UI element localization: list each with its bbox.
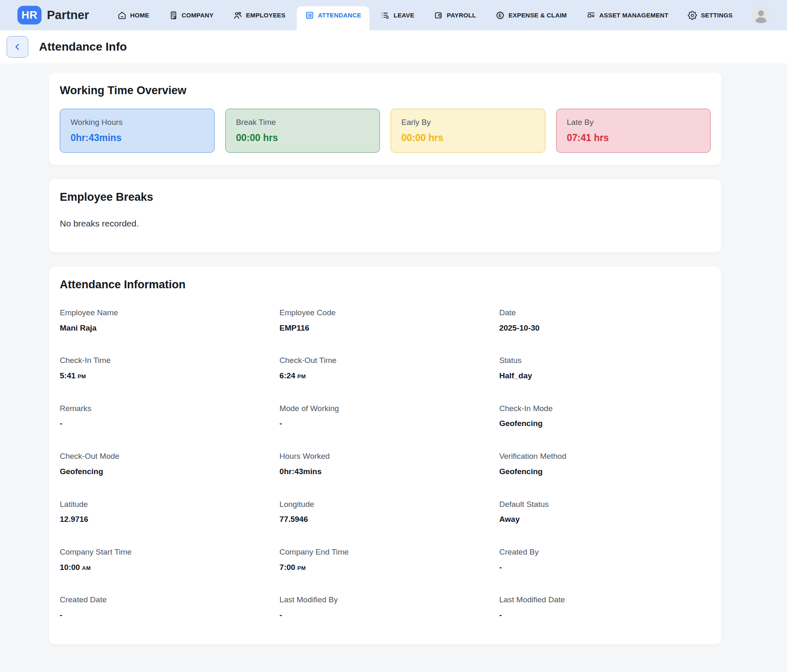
stat-card-break-time: Break Time 00:00 hrs xyxy=(225,109,380,153)
working-time-title: Working Time Overview xyxy=(60,84,711,97)
top-navbar: HR Partner HOME COMPANY EMPLOYEES ATTEND… xyxy=(0,0,787,30)
employees-icon xyxy=(233,11,242,20)
hr-logo: HR xyxy=(17,6,42,24)
payroll-icon xyxy=(434,11,443,20)
field-remarks: Remarks - xyxy=(60,404,271,429)
field-verification-method: Verification Method Geofencing xyxy=(499,451,711,477)
stats-row: Working Hours 0hr:43mins Break Time 00:0… xyxy=(60,109,711,153)
field-last-modified-date: Last Modified Date - xyxy=(499,595,711,620)
attendance-information-title: Attendance Information xyxy=(60,278,711,291)
nav-item-asset-management[interactable]: ASSET MANAGEMENT xyxy=(578,0,677,30)
stat-card-early-by: Early By 00:00 hrs xyxy=(391,109,545,153)
svg-text:E: E xyxy=(499,12,501,17)
attendance-information-card: Attendance Information Employee Name Man… xyxy=(49,267,721,645)
avatar-person-icon xyxy=(752,6,770,24)
back-button[interactable] xyxy=(7,36,28,58)
stat-card-late-by: Late By 07:41 hrs xyxy=(556,109,711,153)
nav-item-payroll[interactable]: PAYROLL xyxy=(425,0,484,30)
brand-name: Partner xyxy=(47,8,89,22)
field-default-status: Default Status Away xyxy=(499,499,711,525)
chevron-left-icon xyxy=(13,42,22,51)
nav-item-employees[interactable]: EMPLOYEES xyxy=(225,0,294,30)
field-company-start-time: Company Start Time 10:00AM xyxy=(60,547,271,572)
nav-item-settings[interactable]: SETTINGS xyxy=(679,0,741,30)
asset-icon xyxy=(587,11,596,20)
stat-card-working-hours: Working Hours 0hr:43mins xyxy=(60,109,215,153)
expense-icon: E xyxy=(496,11,505,20)
nav-items: HOME COMPANY EMPLOYEES ATTENDANCE LEAVE … xyxy=(109,0,741,30)
leave-icon xyxy=(381,11,390,20)
field-status: Status Half_day xyxy=(499,355,711,381)
settings-icon xyxy=(688,11,697,20)
field-date: Date 2025-10-30 xyxy=(499,308,711,333)
brand: HR Partner xyxy=(17,0,89,30)
nav-item-attendance[interactable]: ATTENDANCE xyxy=(297,0,369,30)
user-avatar[interactable] xyxy=(752,6,770,24)
field-latitude: Latitude 12.9716 xyxy=(60,499,271,525)
field-longitude: Longitude 77.5946 xyxy=(279,499,491,525)
employee-breaks-title: Employee Breaks xyxy=(60,191,711,204)
field-employee-name: Employee Name Mani Raja xyxy=(60,308,271,333)
field-employee-code: Employee Code EMP116 xyxy=(279,308,491,333)
working-time-overview-card: Working Time Overview Working Hours 0hr:… xyxy=(49,73,721,165)
page-header: Attendance Info xyxy=(0,30,787,63)
attendance-fields-grid: Employee Name Mani Raja Employee Code EM… xyxy=(60,308,711,621)
nav-item-expense-claim[interactable]: E EXPENSE & CLAIM xyxy=(487,0,575,30)
company-icon xyxy=(169,11,178,20)
no-breaks-message: No breaks recorded. xyxy=(60,219,711,229)
field-hours-worked: Hours Worked 0hr:43mins xyxy=(279,451,491,477)
field-check-in-mode: Check-In Mode Geofencing xyxy=(499,404,711,429)
home-icon xyxy=(117,11,127,20)
field-mode-of-working: Mode of Working - xyxy=(279,404,491,429)
field-created-by: Created By - xyxy=(499,547,711,572)
field-check-out-mode: Check-Out Mode Geofencing xyxy=(60,451,271,477)
page-title: Attendance Info xyxy=(39,40,127,54)
nav-item-company[interactable]: COMPANY xyxy=(161,0,222,30)
field-check-out-time: Check-Out Time 6:24PM xyxy=(279,355,491,381)
nav-item-home[interactable]: HOME xyxy=(109,0,158,30)
employee-breaks-card: Employee Breaks No breaks recorded. xyxy=(49,179,721,253)
field-last-modified-by: Last Modified By - xyxy=(279,595,491,620)
attendance-icon xyxy=(305,11,314,20)
field-check-in-time: Check-In Time 5:41PM xyxy=(60,355,271,381)
main-content: Working Time Overview Working Hours 0hr:… xyxy=(0,63,787,645)
field-company-end-time: Company End Time 7:00PM xyxy=(279,547,491,572)
field-created-date: Created Date - xyxy=(60,595,271,620)
nav-item-leave[interactable]: LEAVE xyxy=(372,0,423,30)
